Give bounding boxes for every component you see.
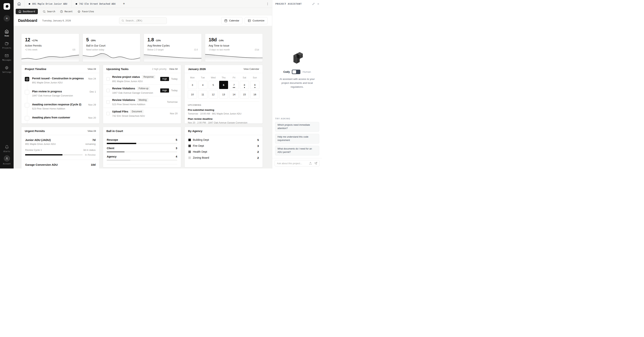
hide-panel-button[interactable]	[317, 2, 320, 5]
checkbox[interactable]	[25, 103, 29, 107]
timeline-item[interactable]: Awaiting plans from customer Nov 20	[25, 113, 96, 123]
task-tag: Meeting	[137, 98, 148, 102]
bar-group: Client 3	[107, 147, 177, 152]
global-search[interactable]	[119, 17, 167, 24]
stat-card-avg-time-to-issue[interactable]: 18d -14% Avg Time to Issue -3 days vs la…	[205, 33, 263, 62]
sidebar-item-home[interactable]: Home	[4, 29, 9, 37]
task-row[interactable]: Review project status Response 891 Maple…	[103, 73, 181, 85]
bar-fill	[107, 160, 130, 161]
home-tab-button[interactable]	[14, 0, 24, 8]
progress-fill	[25, 154, 62, 155]
view-all-link[interactable]: View All	[169, 68, 178, 70]
search-input[interactable]	[126, 19, 164, 22]
calendar-day[interactable]: 11	[198, 90, 208, 98]
calendar-event[interactable]: Pre-submittal meeting Tomorrow · 10:00 A…	[188, 109, 260, 115]
assistant-input-box[interactable]	[275, 160, 320, 166]
sidebar-item-account[interactable]: Account	[3, 155, 10, 165]
sidebar-item-label: Messages	[2, 59, 11, 61]
calendar-day[interactable]: 3	[188, 81, 197, 89]
assistant-mode-toggle[interactable]	[292, 70, 300, 74]
calendar-day[interactable]: 10	[188, 90, 197, 98]
sparkline-chart	[82, 51, 140, 62]
sidebar-item-projects[interactable]: Projects	[2, 41, 11, 49]
sparkline-chart	[21, 51, 79, 62]
overflow-menu-button[interactable]: ⋮	[263, 0, 272, 8]
calendar-day[interactable]: 5	[209, 81, 218, 89]
task-row[interactable]: Review Violations Follow-up 1847 Oak Ave…	[103, 85, 181, 96]
stat-value: 5	[86, 37, 89, 43]
nav-tab-dashboard[interactable]: Dashboard	[16, 9, 38, 14]
stat-delta: -10%	[156, 39, 161, 42]
checkbox[interactable]	[25, 116, 29, 120]
stat-card-active-permits[interactable]: 12 +17% Active Permits +2 this week /15	[21, 33, 79, 62]
checkbox[interactable]	[106, 89, 110, 92]
timeline-item[interactable]: Plan review in progress 1847 Oak Avenue …	[25, 87, 96, 100]
checked-circle-icon[interactable]	[25, 77, 29, 81]
event-title: Plan review deadline	[188, 117, 260, 120]
event-title: Pre-submittal meeting	[188, 109, 260, 111]
nav-tab-favorites[interactable]: Favorites	[78, 10, 94, 13]
checkbox[interactable]	[106, 100, 110, 104]
collapse-panel-button[interactable]	[312, 2, 315, 5]
customize-button[interactable]: Customize	[245, 17, 268, 24]
messages-envelope-icon	[5, 54, 9, 58]
upload-button[interactable]	[309, 162, 312, 165]
timeline-item[interactable]: Awaiting correction response (Cycle 2) 5…	[25, 100, 96, 113]
view-calendar-link[interactable]: View Calendar	[244, 68, 259, 70]
project-tab-maple[interactable]: 891 Maple Drive Junior ADU	[24, 0, 71, 8]
suggestion-button[interactable]: Help me understand this code requirement	[275, 134, 319, 144]
sidebar-item-alerts[interactable]: Alerts	[3, 145, 10, 152]
assistant-input[interactable]	[277, 162, 307, 165]
sidebar-item-label: Projects	[2, 47, 11, 49]
task-row[interactable]: Upload Files Document 742 Elm Street Det…	[103, 108, 181, 119]
new-tab-button[interactable]: +	[120, 0, 128, 8]
checkbox[interactable]	[25, 90, 29, 94]
sidebar-item-settings[interactable]: Settings	[2, 66, 11, 73]
calendar-day[interactable]: 9	[250, 81, 260, 89]
view-all-link[interactable]: View All	[88, 68, 96, 70]
stat-card-ball-in-our-court[interactable]: 5 -29% Ball in Our Court Need action tod…	[82, 33, 140, 62]
sidebar-item-label: Alerts	[3, 150, 10, 152]
urgent-permit-item[interactable]: Junior ADU (JADU) 7d 891 Maple Drive Jun…	[22, 135, 99, 160]
calendar-day[interactable]: 14	[230, 90, 238, 98]
calendar-day[interactable]: 8	[240, 81, 249, 89]
bar-label: Rescope	[107, 138, 118, 141]
task-due: Tomorrow	[167, 100, 178, 103]
sidebar-item-label: Account	[3, 163, 10, 165]
suggestion-button[interactable]: What documents do I need for an ADU perm…	[275, 146, 319, 155]
calendar-day[interactable]: 4	[198, 81, 208, 89]
company-logo[interactable]	[4, 3, 10, 10]
timeline-item[interactable]: Permit issued - Construction in progress…	[25, 74, 96, 87]
checkbox[interactable]	[106, 77, 110, 81]
calendar-day[interactable]: 15	[240, 90, 249, 98]
calendar-day[interactable]: 13	[219, 90, 228, 98]
home-icon	[18, 10, 21, 13]
bar-group: Agency 4	[107, 155, 177, 161]
bar-track	[107, 143, 177, 144]
calendar-event[interactable]: Plan review deadline Nov 20 · 2:00 PM · …	[188, 117, 260, 124]
checkbox[interactable]	[106, 112, 110, 115]
in-status-days: 3d in status	[83, 149, 96, 151]
sidebar-item-messages[interactable]: Messages	[2, 54, 11, 61]
stat-card-avg-review-cycles[interactable]: 1.8 -10% Avg Review Cycles Below 2.0 tar…	[144, 33, 202, 62]
calendar-day[interactable]: 12	[209, 90, 218, 98]
calendar-day[interactable]: 7	[230, 81, 238, 89]
send-button[interactable]	[314, 162, 317, 165]
task-title: Review project status	[112, 75, 140, 78]
calendar-button[interactable]: Calendar	[221, 17, 242, 24]
timeline-item-project: 1847 Oak Avenue Garage Conversion	[32, 94, 87, 97]
card-title: Upcoming Tasks	[106, 67, 128, 70]
stat-delta: -29%	[90, 39, 96, 42]
calendar-day[interactable]: 16	[250, 90, 260, 98]
nav-tab-recent[interactable]: Recent	[60, 10, 72, 13]
project-tab-elm[interactable]: 742 Elm Street Detached ADU	[71, 0, 120, 8]
permit-days: 7d	[92, 138, 96, 141]
urgent-permit-item[interactable]: Garage Conversion ADU 10d	[22, 160, 99, 168]
view-all-link[interactable]: View All	[88, 130, 96, 132]
title-separator: ·	[39, 19, 40, 22]
nav-tab-search[interactable]: Search	[43, 10, 55, 13]
calendar-day-selected[interactable]: 6	[219, 81, 228, 89]
suggestion-button[interactable]: Which projects need immediate attention?	[275, 122, 319, 132]
new-project-button[interactable]: +	[4, 15, 10, 21]
task-row[interactable]: Review Violations Meeting 523 Pine Stree…	[103, 96, 181, 108]
